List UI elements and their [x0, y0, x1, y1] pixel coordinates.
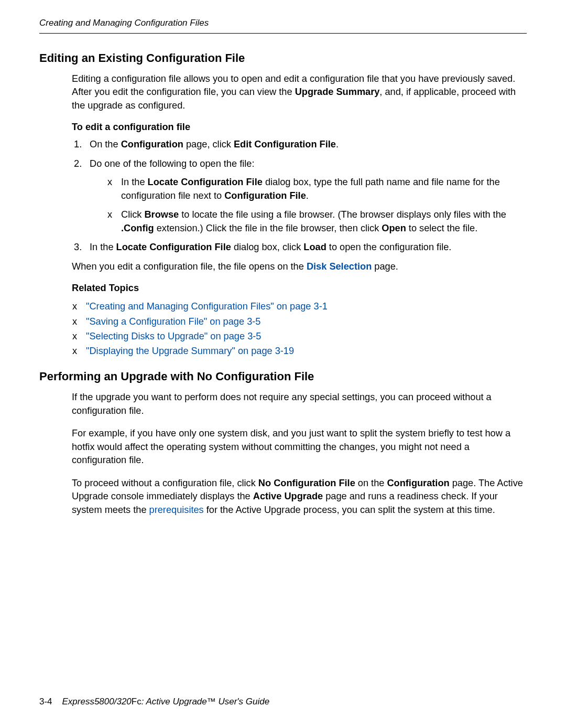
text: page. — [372, 261, 398, 272]
text: extension.) Click the file in the file b… — [154, 223, 382, 233]
text-bold: Configuration File — [224, 190, 306, 201]
paragraph: If the upgrade you want to perform does … — [72, 391, 527, 417]
paragraph: To proceed without a configuration file,… — [72, 477, 527, 517]
link-related[interactable]: "Saving a Configuration File" on page 3-… — [86, 316, 260, 327]
footer-title: Fc — [132, 697, 142, 706]
text: to locate the file using a file browser.… — [179, 209, 506, 220]
step-1: On the Configuration page, click Edit Co… — [72, 138, 527, 151]
text: page, click — [183, 139, 234, 149]
heading-editing-config: Editing an Existing Configuration File — [39, 51, 527, 65]
text: When you edit a configuration file, the … — [72, 261, 307, 272]
text: To proceed without a configuration file,… — [72, 478, 258, 488]
text: On the — [90, 139, 121, 149]
text-bold: Browse — [144, 209, 179, 220]
text: on the — [355, 478, 387, 488]
text: . — [336, 139, 339, 149]
related-topics-title: Related Topics — [72, 283, 527, 294]
link-related[interactable]: "Selecting Disks to Upgrade" on page 3-5 — [86, 331, 261, 341]
text: to select the file. — [406, 223, 477, 233]
step-2: Do one of the following to open the file… — [72, 157, 527, 235]
text: Click — [121, 209, 144, 220]
related-topics-list: "Creating and Managing Configuration Fil… — [72, 299, 527, 358]
text: dialog box, click — [231, 242, 304, 252]
text-bold: .Config — [121, 223, 154, 233]
related-item: "Saving a Configuration File" on page 3-… — [72, 314, 527, 329]
page-footer: 3-4 Express5800/320Fc: Active Upgrade™ U… — [39, 697, 269, 707]
procedure-title: To edit a configuration file — [72, 122, 527, 133]
text: . — [306, 190, 309, 201]
related-item: "Displaying the Upgrade Summary" on page… — [72, 344, 527, 358]
procedure-steps: On the Configuration page, click Edit Co… — [72, 138, 527, 254]
text-bold: Configuration — [121, 139, 183, 149]
bullet: In the Locate Configuration File dialog … — [107, 176, 527, 202]
bullet: Click Browse to locate the file using a … — [107, 208, 527, 235]
text: In the — [121, 177, 148, 187]
related-item: "Selecting Disks to Upgrade" on page 3-5 — [72, 329, 527, 344]
link-prerequisites[interactable]: prerequisites — [149, 505, 204, 515]
text: for the Active Upgrade process, you can … — [204, 505, 495, 515]
text: Do one of the following to open the file… — [90, 158, 254, 169]
text-bold: Upgrade Summary — [295, 87, 380, 97]
text: to open the configuration file. — [326, 242, 452, 252]
text-bold: Locate Configuration File — [148, 177, 263, 187]
paragraph: For example, if you have only one system… — [72, 427, 527, 467]
text-bold: Edit Configuration File — [234, 139, 336, 149]
text-bold: Open — [382, 223, 406, 233]
text-bold: Configuration — [387, 478, 449, 488]
intro-paragraph: Editing a configuration file allows you … — [72, 72, 527, 112]
heading-no-config: Performing an Upgrade with No Configurat… — [39, 370, 527, 383]
footer-title: Express5800/320 — [62, 697, 131, 706]
footer-title: : Active Upgrade™ User's Guide — [142, 697, 270, 706]
related-item: "Creating and Managing Configuration Fil… — [72, 299, 527, 314]
text-bold: Load — [303, 242, 326, 252]
running-header: Creating and Managing Configuration File… — [39, 18, 527, 34]
text: In the — [90, 242, 116, 252]
step-2-options: In the Locate Configuration File dialog … — [107, 176, 527, 235]
after-steps-paragraph: When you edit a configuration file, the … — [72, 260, 527, 273]
link-related[interactable]: "Displaying the Upgrade Summary" on page… — [86, 346, 294, 356]
text-bold: Active Upgrade — [253, 491, 323, 501]
text-bold: Locate Configuration File — [116, 242, 231, 252]
step-3: In the Locate Configuration File dialog … — [72, 241, 527, 254]
page-number: 3-4 — [39, 697, 52, 706]
text-bold: No Configuration File — [258, 478, 355, 488]
link-related[interactable]: "Creating and Managing Configuration Fil… — [86, 301, 328, 312]
link-disk-selection[interactable]: Disk Selection — [307, 261, 372, 272]
